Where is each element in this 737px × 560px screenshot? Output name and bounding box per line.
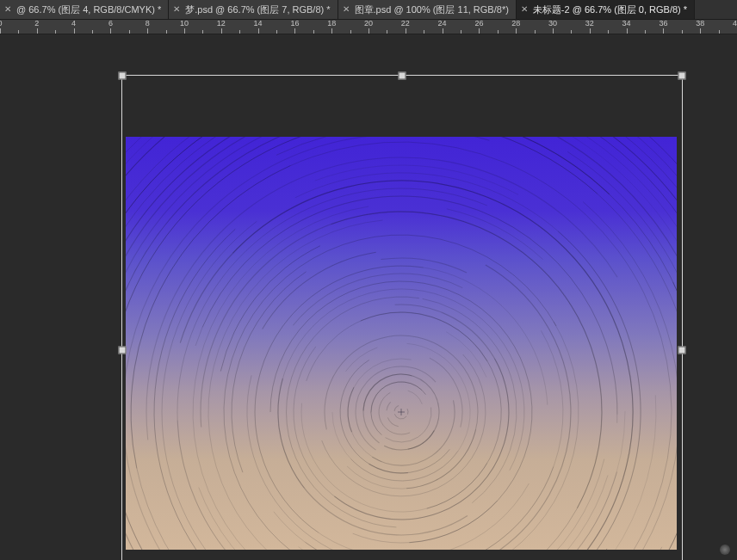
tab-label: 未标题-2 @ 66.7% (图层 0, RGB/8) *: [533, 3, 689, 16]
close-icon[interactable]: [3, 5, 12, 14]
transform-handle-tr[interactable]: [678, 72, 686, 80]
transform-handle-ml[interactable]: [119, 347, 127, 354]
transform-handle-tl[interactable]: [119, 72, 127, 80]
tab-label: 梦.psd @ 66.7% (图层 7, RGB/8) *: [185, 3, 331, 16]
horizontal-ruler[interactable]: 0246810121416182022242628303234363840: [0, 20, 737, 34]
document-tab[interactable]: @ 66.7% (图层 4, RGB/8/CMYK) *: [0, 0, 169, 19]
tab-label: 图章.psd @ 100% (图层 11, RGB/8*): [355, 3, 511, 16]
resize-grip-icon: [720, 545, 730, 555]
tab-label: @ 66.7% (图层 4, RGB/8/CMYK) *: [16, 3, 163, 16]
document-tab-bar: @ 66.7% (图层 4, RGB/8/CMYK) * 梦.psd @ 66.…: [0, 0, 737, 20]
artwork-layer: [126, 137, 677, 550]
transform-handle-mr[interactable]: [678, 347, 686, 354]
close-icon[interactable]: [342, 5, 350, 14]
close-icon[interactable]: [172, 5, 181, 14]
document-tab[interactable]: 梦.psd @ 66.7% (图层 7, RGB/8) *: [169, 0, 338, 19]
transform-handle-tm[interactable]: [399, 72, 406, 80]
document-tab-active[interactable]: 未标题-2 @ 66.7% (图层 0, RGB/8) *: [517, 0, 695, 19]
canvas-stage[interactable]: [0, 34, 737, 560]
close-icon[interactable]: [520, 5, 529, 14]
document-viewport: [126, 75, 677, 560]
document-tab[interactable]: 图章.psd @ 100% (图层 11, RGB/8*): [338, 0, 517, 19]
